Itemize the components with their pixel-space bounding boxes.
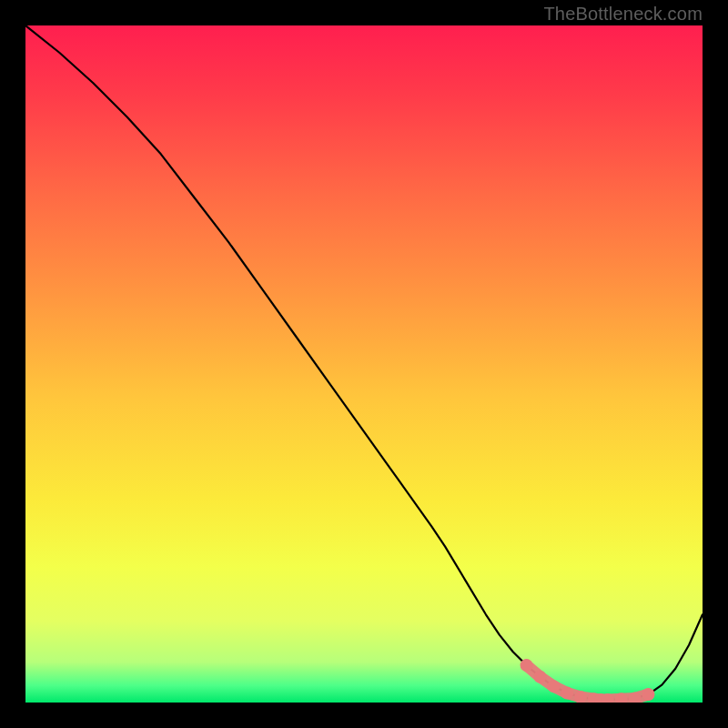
optimal-band-dot [521, 659, 533, 672]
chart-frame: TheBottleneck.com [0, 0, 728, 728]
optimal-band-dot [642, 688, 654, 701]
chart-svg [25, 25, 703, 703]
gradient-background [25, 25, 703, 703]
optimal-band-dot [561, 687, 573, 700]
plot-area [25, 25, 703, 703]
optimal-band-dot [547, 680, 560, 693]
optimal-band-dot [533, 671, 546, 683]
watermark-text: TheBottleneck.com [543, 4, 703, 25]
